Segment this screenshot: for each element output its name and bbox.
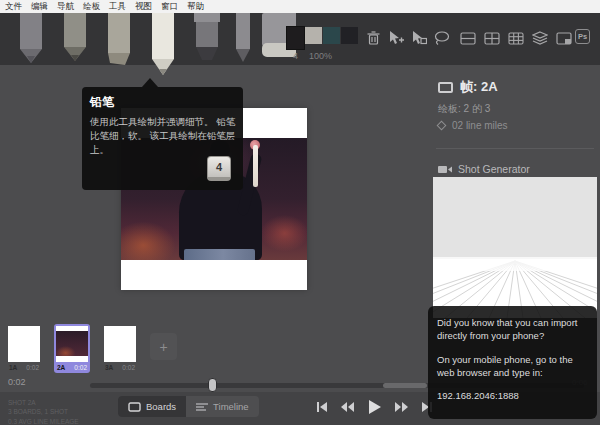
line-miles-icon [437, 121, 447, 131]
previous-board-button[interactable] [341, 401, 354, 413]
light-pencil-tool[interactable] [20, 13, 42, 63]
camera-icon [438, 165, 452, 174]
timeline-scrubber-handle[interactable] [208, 378, 217, 392]
board-thumbnail-1a[interactable]: 1A 0:02 [6, 324, 42, 373]
playback-controls [316, 399, 433, 415]
grid-2x2-view-icon[interactable] [482, 29, 502, 47]
phone-import-tip: Did you know that you can import directl… [428, 306, 597, 419]
thumbnail-duration: 0:02 [74, 364, 87, 371]
thumbnail-id: 3A [105, 364, 113, 371]
shortcut-keycap: 4 [207, 156, 231, 181]
thumbnail-id: 1A [9, 364, 17, 371]
line-miles-label: 02 line miles [452, 120, 508, 131]
menu-view[interactable]: 视图 [135, 1, 152, 13]
storyboarder-window: 文件 编辑 导航 绘板 工具 视图 窗口 帮助 [0, 0, 600, 425]
thumbnail-image [104, 326, 136, 362]
swatch-dark[interactable] [341, 27, 358, 44]
pencil-selected-tool[interactable] [152, 13, 174, 75]
thumbnail-image [56, 326, 88, 362]
swatch-light[interactable] [305, 27, 322, 44]
timeline-current-time: 0:02 [8, 377, 26, 387]
zoom-level-label: 100% [309, 51, 332, 61]
thumbnail-image [8, 326, 40, 362]
tooltip-body: 使用此工具绘制并强调细节。 铅笔比笔细，软。 该工具绘制在铅笔层上。 [90, 115, 237, 156]
frame-icon [438, 82, 453, 93]
thumbnail-id: 2A [57, 364, 65, 371]
phone-tip-address: 192.168.2046:1888 [437, 389, 588, 402]
pencil-tool-tooltip: 铅笔 使用此工具绘制并强调细节。 铅笔比笔细，软。 该工具绘制在铅笔层上。 4 [82, 87, 243, 190]
thumbnail-duration: 0:02 [26, 364, 39, 371]
export-board-icon[interactable] [554, 29, 574, 47]
frame-label: 帧: 2A [460, 78, 498, 96]
view-toggle: Boards Timeline [118, 396, 259, 417]
boards-label: Boards [146, 401, 176, 412]
next-board-button[interactable] [395, 401, 408, 413]
layers-icon[interactable] [530, 29, 550, 47]
swatch-teal[interactable] [323, 27, 340, 44]
shot-status-text: SHOT 2A 3 BOARDS, 1 SHOT 0.3 AVG LINE MI… [8, 398, 79, 425]
menu-file[interactable]: 文件 [5, 1, 22, 13]
timeline-view-button[interactable]: Timeline [186, 396, 259, 417]
add-board-cursor-icon[interactable] [386, 29, 406, 47]
hard-pencil-tool[interactable] [64, 13, 86, 61]
brush-size-label: 4 [293, 51, 298, 61]
drawing-tools [6, 13, 296, 77]
add-board-button[interactable]: + [150, 333, 177, 360]
lasso-icon[interactable] [432, 29, 452, 47]
grid-3x3-view-icon[interactable] [506, 29, 526, 47]
menu-window[interactable]: 窗口 [161, 1, 178, 13]
trash-icon[interactable] [363, 29, 383, 47]
pen-tool[interactable] [236, 13, 250, 62]
board-thumbnail-3a[interactable]: 3A 0:02 [102, 324, 138, 373]
single-panel-view-icon[interactable] [458, 29, 478, 47]
menu-boards[interactable]: 绘板 [83, 1, 100, 13]
menu-tools[interactable]: 工具 [109, 1, 126, 13]
menu-bar: 文件 编辑 导航 绘板 工具 视图 窗口 帮助 [0, 0, 600, 13]
menu-edit[interactable]: 编辑 [31, 1, 48, 13]
timeline-icon [196, 402, 208, 412]
import-image-cursor-icon[interactable] [409, 29, 429, 47]
shot-generator-label: Shot Generator [458, 163, 530, 175]
timeline-label: Timeline [213, 401, 249, 412]
menu-help[interactable]: 帮助 [187, 1, 204, 13]
boards-view-button[interactable]: Boards [118, 396, 186, 417]
toolbar: 4 100% [0, 13, 600, 65]
marker-tool[interactable] [194, 13, 220, 60]
menu-navigation[interactable]: 导航 [57, 1, 74, 13]
board-thumbnail-2a-selected[interactable]: 2A 0:02 [54, 324, 90, 373]
skip-to-start-button[interactable] [316, 401, 328, 413]
phone-tip-line2: On your mobile phone, go to the web brow… [437, 353, 588, 380]
thumbnail-duration: 0:02 [122, 364, 135, 371]
tooltip-title: 铅笔 [90, 94, 235, 111]
color-swatches [287, 27, 358, 49]
swatch-current[interactable] [287, 27, 304, 49]
timeline-segment [383, 383, 427, 388]
pastel-tool[interactable] [108, 13, 130, 65]
play-button[interactable] [367, 399, 382, 415]
boards-icon [128, 402, 141, 412]
photoshop-icon[interactable]: Ps [575, 29, 590, 44]
shot-generator-preview[interactable] [433, 177, 597, 318]
board-count-label: 绘板: 2 的 3 [438, 102, 490, 116]
phone-tip-line1: Did you know that you can import directl… [437, 316, 588, 343]
panel-divider [436, 148, 594, 149]
